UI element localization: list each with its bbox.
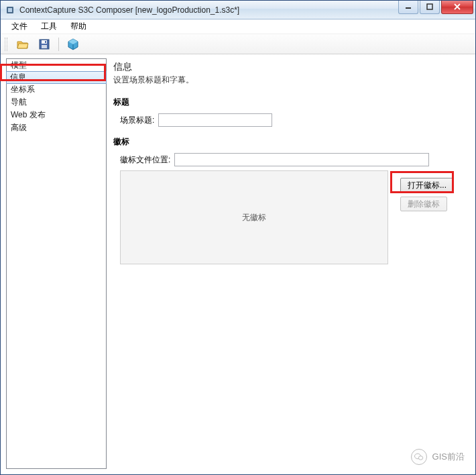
sidebar: 模型 信息 坐标系 导航 Web 发布 高级 [6,58,107,469]
row-scene-title: 场景标题: [120,113,466,127]
window-controls [397,1,473,14]
logo-buttons: 打开徽标... 删除徽标 [400,178,454,211]
sidebar-item-nav[interactable]: 导航 [7,96,106,109]
menu-tools[interactable]: 工具 [34,19,64,34]
app-window: ContextCapture S3C Composer [new_logoPro… [0,0,476,475]
body: 模型 信息 坐标系 导航 Web 发布 高级 信息 设置场景标题和字幕。 标题 … [1,54,475,474]
delete-logo-button[interactable]: 删除徽标 [400,197,447,211]
sidebar-item-model[interactable]: 模型 [7,59,106,72]
open-icon[interactable] [15,37,30,52]
toolbar-grip [5,38,7,51]
save-icon[interactable] [37,37,52,52]
toolbar [1,34,475,54]
svg-rect-3 [427,4,432,9]
maximize-button[interactable] [420,1,440,14]
close-button[interactable] [441,1,473,14]
logo-path-label: 徽标文件位置: [120,154,170,166]
minimize-button[interactable] [398,1,418,14]
menubar: 文件 工具 帮助 [1,19,475,34]
row-logo-path: 徽标文件位置: [120,153,466,166]
svg-rect-2 [406,7,411,9]
open-logo-button[interactable]: 打开徽标... [400,178,454,193]
menu-file[interactable]: 文件 [5,19,34,34]
titlebar[interactable]: ContextCapture S3C Composer [new_logoPro… [1,1,475,19]
logo-preview: 无徽标 [120,170,388,264]
scene-title-input[interactable] [158,113,272,127]
panel-heading: 信息 [113,61,466,73]
no-logo-text: 无徽标 [242,212,266,223]
window-title: ContextCapture S3C Composer [new_logoPro… [19,5,397,15]
logo-path-input[interactable] [174,153,429,166]
app-icon [5,5,15,15]
cube-icon[interactable] [66,37,80,52]
section-title: 标题 [113,97,466,108]
svg-rect-1 [8,8,12,12]
sidebar-item-advanced[interactable]: 高级 [7,121,106,134]
menu-help[interactable]: 帮助 [64,19,93,34]
scene-title-label: 场景标题: [120,115,154,126]
sidebar-item-info[interactable]: 信息 [6,71,107,84]
sidebar-item-web[interactable]: Web 发布 [7,109,106,121]
sidebar-item-srs[interactable]: 坐标系 [7,83,106,96]
section-logo: 徽标 [113,136,466,148]
content-panel: 信息 设置场景标题和字幕。 标题 场景标题: 徽标 徽标文件位置: 无徽标 打开… [113,58,470,469]
svg-rect-6 [42,45,47,48]
svg-rect-7 [45,41,46,43]
panel-description: 设置场景标题和字幕。 [113,74,466,86]
toolbar-separator [58,38,59,51]
